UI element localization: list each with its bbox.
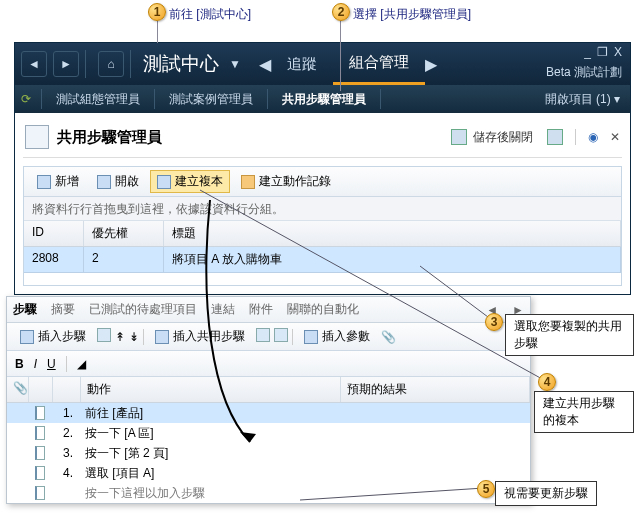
group-by-hint[interactable]: 將資料行行首拖曳到這裡，依據該資料行分組。 xyxy=(24,197,621,221)
step-row[interactable]: 1. 前往 [產品] xyxy=(7,403,530,423)
shared-icon[interactable] xyxy=(256,328,270,345)
minimize-button[interactable]: _ xyxy=(584,45,591,59)
tool-icon[interactable] xyxy=(97,328,111,345)
step-icon xyxy=(35,406,45,420)
add-step-placeholder[interactable]: 按一下這裡以加入步驟 xyxy=(79,483,339,504)
step-action[interactable]: 按一下 [A 區] xyxy=(79,423,339,444)
col-id[interactable]: ID xyxy=(24,221,84,246)
forward-button[interactable]: ► xyxy=(53,51,79,77)
step-row[interactable]: 按一下這裡以加入步驟 xyxy=(7,483,530,503)
plan-label[interactable]: Beta 測試計劃 xyxy=(546,64,622,81)
step-action[interactable]: 前往 [產品] xyxy=(79,403,339,424)
move-up-icon[interactable]: ↟ xyxy=(115,330,125,344)
nav-track[interactable]: 追蹤 xyxy=(271,43,333,85)
step-expect[interactable] xyxy=(339,451,530,455)
grid-row[interactable]: 2808 2 將項目 A 放入購物車 xyxy=(24,247,621,273)
attach-icon[interactable]: 📎 xyxy=(381,330,396,344)
open-button[interactable]: 開啟 xyxy=(90,170,146,193)
steps-tabs: 步驟 摘要 已測試的待處理項目 連結 附件 關聯的自動化 ◄ ► xyxy=(7,297,530,323)
help-icon[interactable]: ◉ xyxy=(588,130,598,144)
col-priority[interactable]: 優先權 xyxy=(84,221,164,246)
callout-5-box: 視需要更新步驟 xyxy=(495,481,597,506)
step-num: 2. xyxy=(51,424,79,442)
move-down-icon[interactable]: ↡ xyxy=(129,330,139,344)
insert-step-button[interactable]: 插入步驟 xyxy=(13,325,93,348)
subtab-config[interactable]: 測試組態管理員 xyxy=(52,91,144,108)
step-expect[interactable] xyxy=(339,431,530,435)
insert-param-button[interactable]: 插入參數 xyxy=(297,325,377,348)
tab-attach[interactable]: 附件 xyxy=(249,301,273,318)
close-panel-icon[interactable]: ✕ xyxy=(610,130,620,144)
col-expect[interactable]: 預期的結果 xyxy=(341,377,530,402)
create-copy-button[interactable]: 建立複本 xyxy=(150,170,230,193)
steps-header: 📎 動作 預期的結果 xyxy=(7,377,530,403)
callout-5-marker: 5 xyxy=(477,480,495,498)
tab-steps[interactable]: 步驟 xyxy=(13,301,37,318)
step-expect[interactable] xyxy=(339,411,530,415)
insert-shared-step-button[interactable]: 插入共用步驟 xyxy=(148,325,252,348)
step-icon xyxy=(35,486,45,500)
callout-1-label: 前往 [測試中心] xyxy=(169,6,251,23)
refresh-icon[interactable]: ⟳ xyxy=(21,92,31,106)
step-action[interactable]: 選取 [項目 A] xyxy=(79,463,339,484)
sub-tabs: ⟳ 測試組態管理員 測試案例管理員 共用步驟管理員 開啟項目 (1) ▾ xyxy=(15,85,630,113)
steps-window: 步驟 摘要 已測試的待處理項目 連結 附件 關聯的自動化 ◄ ► 插入步驟 ↟ … xyxy=(6,296,531,504)
step-action[interactable]: 按一下 [第 2 頁] xyxy=(79,443,339,464)
grid-header: ID 優先權 標題 xyxy=(24,221,621,247)
col-num xyxy=(53,377,81,402)
save-icon[interactable] xyxy=(451,129,467,145)
italic-button[interactable]: I xyxy=(34,356,37,372)
step-icon xyxy=(35,446,45,460)
cell-id: 2808 xyxy=(24,247,84,272)
close-button[interactable]: X xyxy=(614,45,622,59)
col-title[interactable]: 標題 xyxy=(164,221,621,246)
callout-1-marker: 1 xyxy=(148,3,166,21)
tab-links[interactable]: 連結 xyxy=(211,301,235,318)
page-icon xyxy=(25,125,49,149)
step-num: 3. xyxy=(51,444,79,462)
step-num: 4. xyxy=(51,464,79,482)
callout-2-marker: 2 xyxy=(332,3,350,21)
step-row[interactable]: 2. 按一下 [A 區] xyxy=(7,423,530,443)
hub-dropdown-icon[interactable]: ▼ xyxy=(229,57,241,71)
col-icon xyxy=(29,377,53,402)
col-attach: 📎 xyxy=(7,377,29,402)
home-button[interactable]: ⌂ xyxy=(98,51,124,77)
nav-right-arrow-icon[interactable]: ▶ xyxy=(425,55,437,74)
bold-button[interactable]: B xyxy=(15,356,24,372)
subtab-shared-steps[interactable]: 共用步驟管理員 xyxy=(278,91,370,108)
step-row[interactable]: 4. 選取 [項目 A] xyxy=(7,463,530,483)
callout-line xyxy=(340,21,341,91)
callout-2-label: 選擇 [共用步驟管理員] xyxy=(353,6,471,23)
step-expect[interactable] xyxy=(339,471,530,475)
tab-auto[interactable]: 關聯的自動化 xyxy=(287,301,359,318)
action-log-button[interactable]: 建立動作記錄 xyxy=(234,170,338,193)
step-num: 1. xyxy=(51,404,79,422)
callout-line xyxy=(157,21,158,43)
new-button[interactable]: 新增 xyxy=(30,170,86,193)
grid-panel: 新增 開啟 建立複本 建立動作記錄 將資料行行首拖曳到這裡，依據該資料行分組。 … xyxy=(23,166,622,286)
restore-button[interactable]: ❐ xyxy=(597,45,608,59)
step-row[interactable]: 3. 按一下 [第 2 頁] xyxy=(7,443,530,463)
underline-button[interactable]: U xyxy=(47,356,56,372)
work-header: 共用步驟管理員 儲存後關閉 ◉ ✕ xyxy=(23,121,622,158)
grid-toolbar: 新增 開啟 建立複本 建立動作記錄 xyxy=(24,167,621,197)
main-window: ◄ ► ⌂ 測試中心 ▼ ◀ 追蹤 組合管理 ▶ _ ❐ X Beta 測試計劃… xyxy=(14,42,631,295)
callout-4-marker: 4 xyxy=(538,373,556,391)
hub-title[interactable]: 測試中心 xyxy=(143,51,219,77)
back-button[interactable]: ◄ xyxy=(21,51,47,77)
step-icon xyxy=(35,466,45,480)
open-items[interactable]: 開啟項目 (1) ▾ xyxy=(545,91,620,108)
nav-organize[interactable]: 組合管理 xyxy=(333,43,425,85)
save-icon2[interactable] xyxy=(547,129,563,145)
color-button[interactable]: ◢ xyxy=(77,357,86,371)
shared-icon2[interactable] xyxy=(274,328,288,345)
col-action[interactable]: 動作 xyxy=(81,377,341,402)
subtab-case[interactable]: 測試案例管理員 xyxy=(165,91,257,108)
nav-left-arrow-icon[interactable]: ◀ xyxy=(259,55,271,74)
save-close-button[interactable]: 儲存後關閉 xyxy=(473,129,533,146)
cell-priority: 2 xyxy=(84,247,164,272)
tab-tested[interactable]: 已測試的待處理項目 xyxy=(89,301,197,318)
tab-summary[interactable]: 摘要 xyxy=(51,301,75,318)
work-area: 共用步驟管理員 儲存後關閉 ◉ ✕ 新增 開啟 建立複本 建立動作記錄 將資料行… xyxy=(15,113,630,294)
